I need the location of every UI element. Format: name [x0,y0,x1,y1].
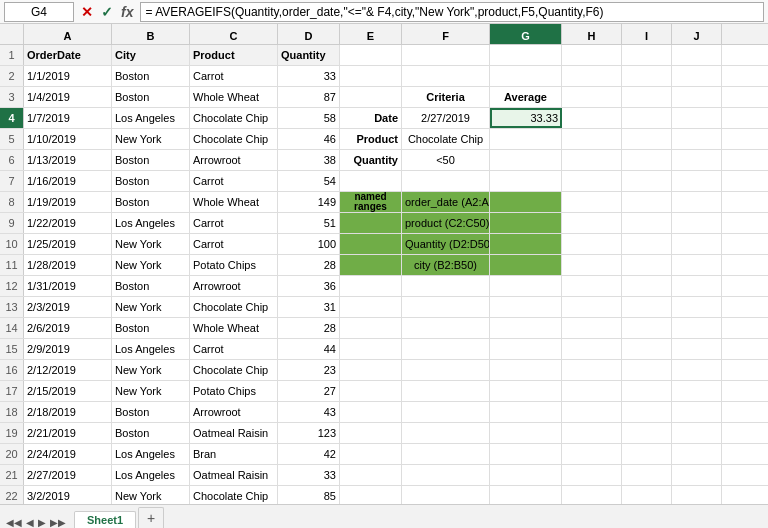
cell-d16[interactable]: 23 [278,360,340,380]
header-quantity[interactable]: Quantity [278,45,340,65]
cell-h18[interactable] [562,402,622,422]
cell-g10[interactable] [490,234,562,254]
cell-h2[interactable] [562,66,622,86]
cell-e6[interactable]: Quantity [340,150,402,170]
cell-h20[interactable] [562,444,622,464]
cell-d14[interactable]: 28 [278,318,340,338]
cell-c3[interactable]: Whole Wheat [190,87,278,107]
cell-f7[interactable] [402,171,490,191]
cell-j18[interactable] [672,402,722,422]
cell-b12[interactable]: Boston [112,276,190,296]
function-icon[interactable]: fx [118,4,136,20]
cell-f13[interactable] [402,297,490,317]
cell-i5[interactable] [622,129,672,149]
cell-j12[interactable] [672,276,722,296]
header-orderdate[interactable]: OrderDate [24,45,112,65]
cell-b14[interactable]: Boston [112,318,190,338]
cell-e15[interactable] [340,339,402,359]
cell-b2[interactable]: Boston [112,66,190,86]
cell-b3[interactable]: Boston [112,87,190,107]
cell-b6[interactable]: Boston [112,150,190,170]
first-sheet-arrow[interactable]: ◀◀ [4,517,24,528]
cell-j16[interactable] [672,360,722,380]
cell-c5[interactable]: Chocolate Chip [190,129,278,149]
cell-b7[interactable]: Boston [112,171,190,191]
cell-d13[interactable]: 31 [278,297,340,317]
cell-g11[interactable] [490,255,562,275]
cell-d9[interactable]: 51 [278,213,340,233]
cell-d11[interactable]: 28 [278,255,340,275]
cell-a2[interactable]: 1/1/2019 [24,66,112,86]
cell-a3[interactable]: 1/4/2019 [24,87,112,107]
cell-d21[interactable]: 33 [278,465,340,485]
col-header-d[interactable]: D [278,24,340,44]
cell-b4[interactable]: Los Angeles [112,108,190,128]
cell-g20[interactable] [490,444,562,464]
cell-b11[interactable]: New York [112,255,190,275]
cell-f4[interactable]: 2/27/2019 [402,108,490,128]
col-header-j[interactable]: J [672,24,722,44]
cell-e5[interactable]: Product [340,129,402,149]
cell-a8[interactable]: 1/19/2019 [24,192,112,212]
cell-i19[interactable] [622,423,672,443]
cell-j9[interactable] [672,213,722,233]
cell-d6[interactable]: 38 [278,150,340,170]
cell-a12[interactable]: 1/31/2019 [24,276,112,296]
cell-j10[interactable] [672,234,722,254]
cell-f6[interactable]: <50 [402,150,490,170]
cell-c13[interactable]: Chocolate Chip [190,297,278,317]
col-header-g[interactable]: G [490,24,562,44]
cell-d10[interactable]: 100 [278,234,340,254]
cell-a19[interactable]: 2/21/2019 [24,423,112,443]
cell-c4[interactable]: Chocolate Chip [190,108,278,128]
cell-d15[interactable]: 44 [278,339,340,359]
cell-b16[interactable]: New York [112,360,190,380]
cell-h6[interactable] [562,150,622,170]
cell-a5[interactable]: 1/10/2019 [24,129,112,149]
cell-g2[interactable] [490,66,562,86]
cell-j17[interactable] [672,381,722,401]
cell-h12[interactable] [562,276,622,296]
cell-i2[interactable] [622,66,672,86]
cell-f2[interactable] [402,66,490,86]
cell-e21[interactable] [340,465,402,485]
cell-a22[interactable]: 3/2/2019 [24,486,112,504]
cell-d2[interactable]: 33 [278,66,340,86]
cell-g15[interactable] [490,339,562,359]
cell-a17[interactable]: 2/15/2019 [24,381,112,401]
cell-a6[interactable]: 1/13/2019 [24,150,112,170]
cell-i17[interactable] [622,381,672,401]
cell-g16[interactable] [490,360,562,380]
cell-c21[interactable]: Oatmeal Raisin [190,465,278,485]
cell-j5[interactable] [672,129,722,149]
cell-i11[interactable] [622,255,672,275]
col-header-i[interactable]: I [622,24,672,44]
cell-c7[interactable]: Carrot [190,171,278,191]
cell-c10[interactable]: Carrot [190,234,278,254]
cell-g7[interactable] [490,171,562,191]
cell-b21[interactable]: Los Angeles [112,465,190,485]
cell-b20[interactable]: Los Angeles [112,444,190,464]
cell-h9[interactable] [562,213,622,233]
cell-c9[interactable]: Carrot [190,213,278,233]
cell-i12[interactable] [622,276,672,296]
cell-g13[interactable] [490,297,562,317]
cell-e14[interactable] [340,318,402,338]
cell-f14[interactable] [402,318,490,338]
cell-a20[interactable]: 2/24/2019 [24,444,112,464]
cell-j7[interactable] [672,171,722,191]
cell-i16[interactable] [622,360,672,380]
cell-f19[interactable] [402,423,490,443]
cell-i18[interactable] [622,402,672,422]
cell-i20[interactable] [622,444,672,464]
cell-d3[interactable]: 87 [278,87,340,107]
cell-g8[interactable] [490,192,562,212]
cell-d18[interactable]: 43 [278,402,340,422]
cell-f15[interactable] [402,339,490,359]
cell-i13[interactable] [622,297,672,317]
cell-h17[interactable] [562,381,622,401]
cancel-icon[interactable]: ✕ [78,4,96,20]
cell-j20[interactable] [672,444,722,464]
col-header-h[interactable]: H [562,24,622,44]
cell-a13[interactable]: 2/3/2019 [24,297,112,317]
